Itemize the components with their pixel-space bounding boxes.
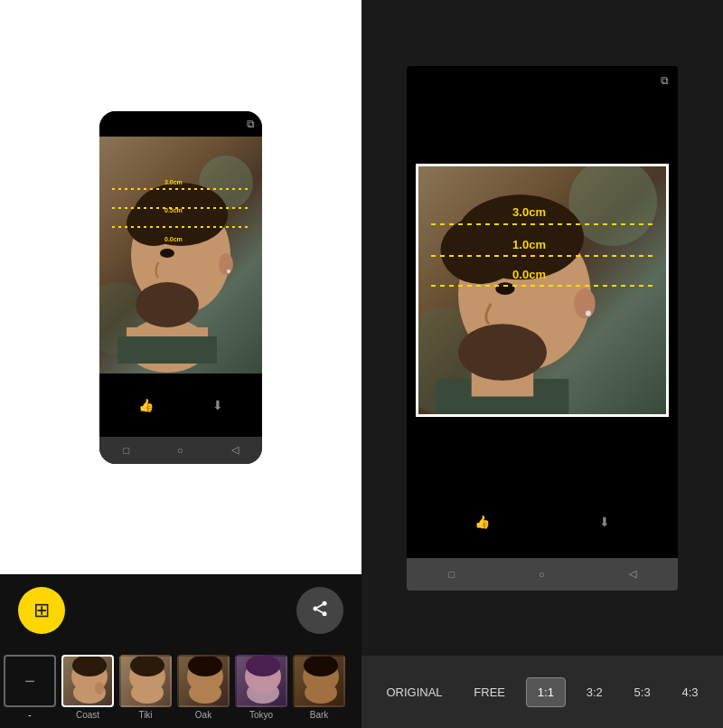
back-nav-left[interactable]: ◁ (231, 444, 239, 456)
left-toolbar: ⊞ (0, 574, 362, 647)
label-3cm-right: 3.0cm (512, 205, 546, 219)
right-main-area: ⧉ (362, 0, 723, 656)
measure-line-0cm-right (431, 285, 654, 287)
phone-footer-right: 👍 ⬇ (407, 486, 678, 558)
filter-item-tokyo[interactable]: Tokyo (233, 655, 289, 720)
share-icon (311, 600, 329, 622)
filter-item-oak[interactable]: Oak (175, 655, 231, 720)
left-panel: ⧉ (0, 0, 362, 728)
person-svg-right (418, 166, 666, 414)
square-nav-left[interactable]: □ (123, 445, 129, 456)
ratio-original[interactable]: ORIGINAL (375, 678, 453, 706)
ratio-label-free: FREE (474, 685, 505, 699)
phone-header-right: ⧉ (407, 66, 678, 95)
circle-nav-right[interactable]: ○ (539, 569, 545, 580)
svg-point-43 (495, 282, 515, 295)
label-00cm-left: 0.0cm (164, 236, 183, 242)
ratio-label-3-2: 3:2 (587, 685, 603, 699)
crop-icon: ⊞ (33, 599, 50, 622)
label-05cm-left: 0.5cm (164, 207, 183, 213)
hair-photo-right: 3.0cm 1.0cm 0.0cm (418, 166, 666, 414)
right-panel: ⧉ (362, 0, 723, 728)
svg-point-10 (227, 269, 230, 273)
thumbsup-icon-right[interactable]: 👍 (474, 515, 490, 529)
label-3cm-left: 3.0cm (164, 179, 183, 185)
label-0cm-right: 0.0cm (512, 268, 546, 281)
ratio-5-3[interactable]: 5:3 (624, 678, 662, 706)
ratio-1-1[interactable]: 1:1 (526, 677, 566, 707)
download-icon-right[interactable]: ⬇ (599, 515, 610, 529)
measure-line-00cm-left (112, 226, 249, 228)
phone-nav-right: □ ○ ◁ (407, 558, 678, 591)
svg-point-13 (314, 606, 318, 610)
left-bottom: ⊞ − - (0, 574, 362, 728)
label-1cm-right: 1.0cm (512, 238, 546, 251)
ratio-label-original: ORIGINAL (386, 685, 442, 699)
left-main-area: ⧉ (0, 0, 362, 574)
svg-point-39 (440, 216, 520, 283)
measure-line-3cm-left (112, 188, 249, 190)
svg-point-9 (219, 253, 233, 275)
ratio-label-4-3: 4:3 (682, 685, 699, 699)
svg-point-8 (136, 282, 199, 327)
filter-item-bark[interactable]: Bark (291, 655, 347, 720)
filter-item-tiki[interactable]: Tiki (117, 655, 174, 720)
svg-point-41 (574, 288, 595, 318)
filter-label-tiki: Tiki (138, 710, 152, 720)
ratio-label-5-3: 5:3 (634, 685, 651, 699)
tokyo-thumb (237, 657, 287, 707)
filter-strip: − - Coast (0, 647, 362, 728)
cropped-photo: 3.0cm 1.0cm 0.0cm (416, 164, 669, 417)
phone-frame-right: ⧉ (407, 66, 678, 591)
ratio-3-2[interactable]: 3:2 (576, 678, 614, 706)
filter-label-bark: Bark (310, 710, 329, 720)
photo-area-left: 3.0cm 0.5cm 0.0cm (99, 137, 262, 373)
oak-thumb (179, 657, 230, 707)
measure-line-3cm-right (431, 223, 654, 225)
thumbsup-icon-left[interactable]: 👍 (138, 398, 154, 412)
svg-line-16 (317, 604, 323, 607)
svg-point-42 (586, 310, 591, 316)
svg-point-11 (160, 249, 174, 258)
ratio-label-1-1: 1:1 (538, 685, 554, 699)
filter-label-none: - (28, 710, 31, 720)
circle-nav-left[interactable]: ○ (177, 445, 183, 456)
ratio-4-3[interactable]: 4:3 (671, 678, 709, 706)
filter-label-tokyo: Tokyo (249, 710, 273, 720)
ratio-toolbar: ORIGINAL FREE 1:1 3:2 5:3 4:3 (362, 656, 723, 728)
phone-header-left: ⧉ (99, 111, 262, 137)
photo-area-right: 3.0cm 1.0cm 0.0cm (407, 95, 678, 486)
back-nav-right[interactable]: ◁ (629, 568, 636, 580)
crop-button[interactable]: ⊞ (18, 587, 65, 634)
copy-icon-left[interactable]: ⧉ (247, 118, 255, 130)
hair-photo-left: 3.0cm 0.5cm 0.0cm (99, 137, 262, 373)
filter-item-coast[interactable]: Coast (60, 655, 116, 720)
svg-rect-4 (117, 336, 217, 364)
svg-point-40 (458, 324, 547, 381)
square-nav-right[interactable]: □ (448, 569, 455, 580)
share-button[interactable] (296, 587, 343, 634)
svg-point-12 (323, 600, 327, 605)
svg-line-15 (317, 610, 323, 612)
copy-icon-right[interactable]: ⧉ (661, 74, 669, 87)
bark-thumb (295, 657, 345, 707)
ratio-free[interactable]: FREE (463, 678, 516, 706)
phone-nav-left: □ ○ ◁ (99, 437, 262, 464)
filter-label-oak: Oak (195, 710, 211, 720)
phone-frame-left: ⧉ (99, 111, 262, 464)
phone-footer-left: 👍 ⬇ (99, 373, 262, 437)
coast-thumb (63, 657, 114, 707)
measure-line-1cm-right (431, 255, 654, 257)
tiki-thumb (121, 657, 172, 707)
person-svg-left (99, 137, 262, 373)
svg-point-20 (95, 682, 104, 695)
svg-point-14 (323, 611, 327, 616)
filter-item-none[interactable]: − - (2, 655, 58, 720)
download-icon-left[interactable]: ⬇ (212, 398, 223, 412)
filter-label-coast: Coast (76, 710, 99, 720)
